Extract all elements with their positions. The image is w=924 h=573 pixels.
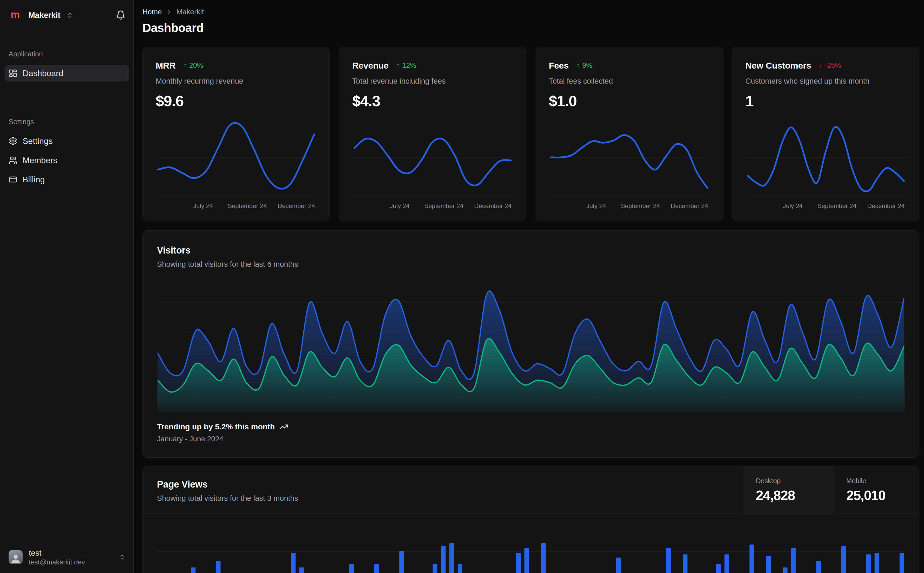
stat-card-new-customers: New Customers ↓-25% Customers who signed… — [732, 47, 919, 221]
page-views-header: Page Views Showing total visitors for th… — [143, 467, 919, 514]
trend-value: 9% — [582, 61, 592, 70]
page-title: Dashboard — [143, 21, 919, 35]
x-axis-labels: July 24 September 24 December 24 — [745, 202, 906, 213]
visitors-area-chart — [157, 279, 905, 412]
person-silhouette-icon — [10, 553, 21, 564]
makerkit-logo: m — [9, 9, 22, 22]
billing-icon — [9, 175, 17, 184]
workspace-switcher[interactable]: m Makerkit — [9, 9, 73, 22]
breadcrumb-home-link[interactable]: Home — [143, 8, 162, 16]
trend-badge: ↓-25% — [819, 61, 841, 70]
page-views-card: Page Views Showing total visitors for th… — [143, 466, 919, 573]
tab-label: Desktop — [756, 477, 834, 485]
x-tick: September 24 — [424, 202, 463, 210]
workspace-name: Makerkit — [28, 11, 60, 20]
sidebar-item-label: Members — [23, 156, 57, 165]
stat-value: $4.3 — [352, 92, 513, 110]
trend-arrow-icon: ↓ — [819, 61, 823, 70]
x-tick: July 24 — [587, 202, 606, 210]
x-tick: July 24 — [783, 202, 803, 210]
sidebar: m Makerkit Application Dashboard Setting… — [0, 0, 133, 573]
sidebar-item-settings[interactable]: Settings — [5, 133, 129, 149]
members-icon — [9, 156, 17, 165]
x-tick: December 24 — [278, 202, 315, 210]
stat-card-mrr: MRR ↑20% Monthly recurring revenue $9.6 … — [143, 47, 329, 221]
trend-arrow-icon: ↑ — [184, 61, 187, 70]
breadcrumb-current: Makerkit — [176, 8, 204, 16]
chevrons-up-down-icon — [66, 12, 73, 19]
stats-row: MRR ↑20% Monthly recurring revenue $9.6 … — [143, 47, 919, 221]
visitors-trend-text: Trending up by 5.2% this month — [157, 422, 275, 431]
chevron-right-icon — [166, 9, 172, 15]
section-label-application: Application — [5, 50, 129, 58]
stat-title: Fees — [549, 61, 569, 70]
x-tick: September 24 — [621, 202, 660, 210]
page-views-titles: Page Views Showing total visitors for th… — [143, 467, 744, 514]
new-customers-sparkline-chart — [745, 114, 906, 200]
x-axis-labels: July 24 September 24 December 24 — [156, 202, 316, 213]
visitors-subtitle: Showing total visitors for the last 6 mo… — [157, 260, 905, 269]
x-tick: December 24 — [671, 202, 708, 210]
revenue-sparkline-chart — [352, 114, 513, 200]
page-views-subtitle: Showing total visitors for the last 3 mo… — [157, 494, 729, 503]
x-tick: July 24 — [193, 202, 213, 210]
stat-title: Revenue — [352, 61, 389, 70]
breadcrumb: Home Makerkit — [143, 8, 919, 16]
user-menu[interactable]: test test@makerkit.dev — [0, 542, 133, 573]
x-tick: September 24 — [817, 202, 857, 210]
sidebar-header: m Makerkit — [0, 0, 133, 22]
page-views-title: Page Views — [157, 479, 729, 490]
stat-description: Total revenue including fees — [352, 77, 513, 85]
x-tick: September 24 — [228, 202, 267, 210]
stat-card-fees: Fees ↑9% Total fees collected $1.0 July … — [536, 47, 723, 221]
tab-value: 25,010 — [846, 488, 919, 503]
sidebar-item-label: Billing — [23, 175, 45, 185]
user-email: test@makerkit.dev — [29, 558, 85, 567]
x-axis-labels: July 24 September 24 December 24 — [549, 202, 709, 213]
tab-label: Mobile — [846, 477, 919, 485]
section-label-settings: Settings — [5, 118, 129, 126]
sidebar-item-dashboard[interactable]: Dashboard — [5, 65, 129, 81]
visitors-date-range: January - June 2024 — [157, 435, 905, 443]
sidebar-item-members[interactable]: Members — [5, 152, 129, 169]
tab-mobile[interactable]: Mobile 25,010 — [834, 467, 919, 514]
tab-value: 24,828 — [756, 488, 834, 503]
stat-description: Customers who signed up this month — [745, 77, 906, 85]
page-views-bar-chart — [156, 515, 906, 573]
user-meta: test test@makerkit.dev — [29, 548, 85, 566]
stat-description: Total fees collected — [549, 77, 709, 85]
x-tick: December 24 — [474, 202, 511, 210]
visitors-card: Visitors Showing total visitors for the … — [143, 230, 919, 458]
trend-arrow-icon: ↑ — [576, 61, 580, 70]
trend-badge: ↑9% — [576, 61, 593, 70]
trending-up-icon — [279, 422, 288, 431]
x-tick: July 24 — [390, 202, 409, 210]
app-root: m Makerkit Application Dashboard Setting… — [0, 0, 924, 573]
stat-value: $1.0 — [549, 92, 709, 110]
settings-icon — [9, 137, 17, 146]
logo-letter: m — [11, 9, 20, 20]
stat-value: 1 — [745, 92, 906, 110]
stat-title: New Customers — [745, 61, 811, 70]
trend-value: 12% — [402, 61, 416, 70]
stat-card-revenue: Revenue ↑12% Total revenue including fee… — [339, 47, 526, 221]
user-name: test — [29, 548, 85, 558]
stat-description: Monthly recurring revenue — [156, 77, 316, 85]
visitors-footer: Trending up by 5.2% this month January -… — [157, 422, 905, 443]
tab-desktop[interactable]: Desktop 24,828 — [744, 467, 834, 514]
x-axis-labels: July 24 September 24 December 24 — [352, 202, 513, 213]
x-tick: December 24 — [868, 202, 905, 210]
trend-value: 20% — [189, 61, 203, 70]
trend-arrow-icon: ↑ — [396, 61, 400, 70]
chevrons-up-down-icon — [119, 554, 126, 560]
sidebar-nav: Application Dashboard Settings Settings … — [0, 22, 133, 190]
dashboard-icon — [9, 69, 17, 78]
trend-badge: ↑12% — [396, 61, 416, 70]
trend-value: -25% — [825, 61, 841, 70]
main-content: Home Makerkit Dashboard MRR ↑20% Monthly… — [133, 0, 924, 573]
sidebar-item-label: Dashboard — [23, 69, 63, 78]
notifications-button[interactable] — [116, 9, 126, 21]
sidebar-item-label: Settings — [23, 136, 53, 146]
sidebar-item-billing[interactable]: Billing — [5, 171, 129, 188]
stat-title: MRR — [156, 61, 176, 70]
